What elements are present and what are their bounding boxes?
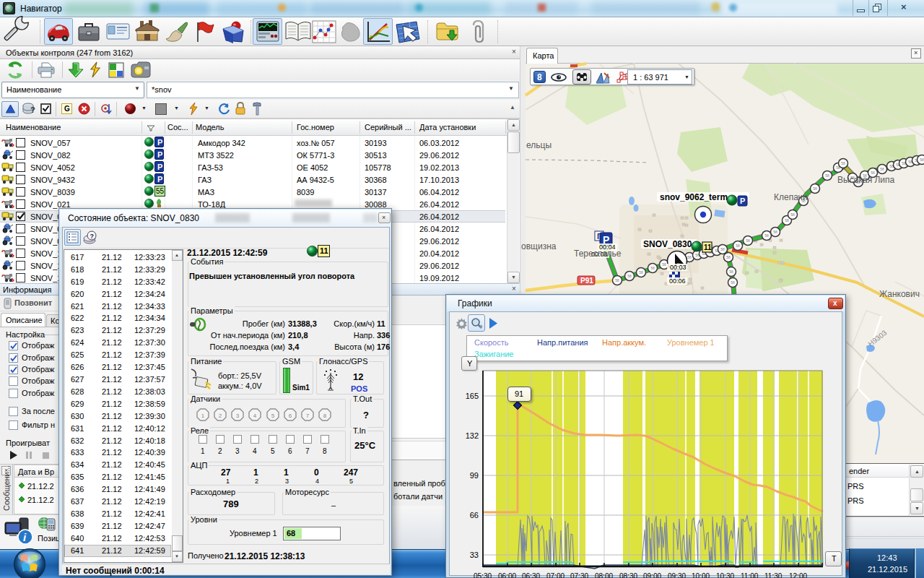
- svg-text:58: 58: [746, 238, 750, 243]
- svg-text:58: 58: [627, 274, 632, 278]
- svg-text:P: P: [740, 197, 745, 205]
- svg-text:Высокая Липа: Высокая Липа: [837, 175, 895, 185]
- svg-text:Жанкович: Жанкович: [879, 289, 920, 299]
- svg-text:58: 58: [726, 255, 731, 259]
- svg-text:7: 7: [306, 413, 310, 419]
- svg-text:3: 3: [236, 413, 240, 419]
- svg-text:58: 58: [639, 270, 643, 275]
- svg-text:58: 58: [687, 255, 692, 259]
- svg-text:?: ?: [90, 233, 95, 240]
- svg-text:SNOV_0830: SNOV_0830: [643, 239, 692, 249]
- svg-text:Клепачи: Клепачи: [774, 192, 808, 202]
- svg-text:6: 6: [289, 413, 292, 419]
- svg-text:58: 58: [825, 173, 829, 178]
- svg-text:58: 58: [736, 243, 740, 248]
- svg-text:58: 58: [720, 247, 725, 251]
- svg-text:58: 58: [813, 186, 817, 191]
- svg-text:snov_9062_term: snov_9062_term: [660, 192, 728, 202]
- svg-text:овщизна: овщизна: [521, 241, 557, 251]
- svg-text:5: 5: [271, 413, 275, 419]
- svg-text:2: 2: [219, 413, 222, 419]
- svg-text:Р91: Р91: [580, 277, 593, 285]
- svg-text:58: 58: [790, 212, 795, 217]
- svg-text:58: 58: [785, 218, 789, 223]
- svg-text:?: ?: [30, 105, 35, 114]
- svg-text:1: 1: [201, 413, 205, 419]
- svg-text:00:06: 00:06: [669, 277, 686, 285]
- svg-text:58: 58: [662, 262, 666, 267]
- svg-text:58: 58: [841, 161, 845, 165]
- svg-text:ельцы: ельцы: [526, 140, 552, 150]
- svg-text:58: 58: [615, 278, 619, 282]
- svg-text:58: 58: [764, 233, 769, 238]
- svg-text:8: 8: [323, 413, 327, 419]
- svg-text:00:03: 00:03: [670, 264, 687, 271]
- svg-text:11: 11: [704, 243, 712, 251]
- svg-text:58: 58: [650, 266, 655, 270]
- svg-text:58: 58: [773, 230, 777, 234]
- svg-text:58: 58: [880, 167, 884, 171]
- svg-text:Тересполье: Тересполье: [574, 249, 622, 259]
- svg-text:4: 4: [253, 413, 257, 419]
- svg-text:58: 58: [920, 158, 924, 162]
- svg-text:58: 58: [731, 280, 735, 285]
- svg-text:58: 58: [729, 269, 733, 274]
